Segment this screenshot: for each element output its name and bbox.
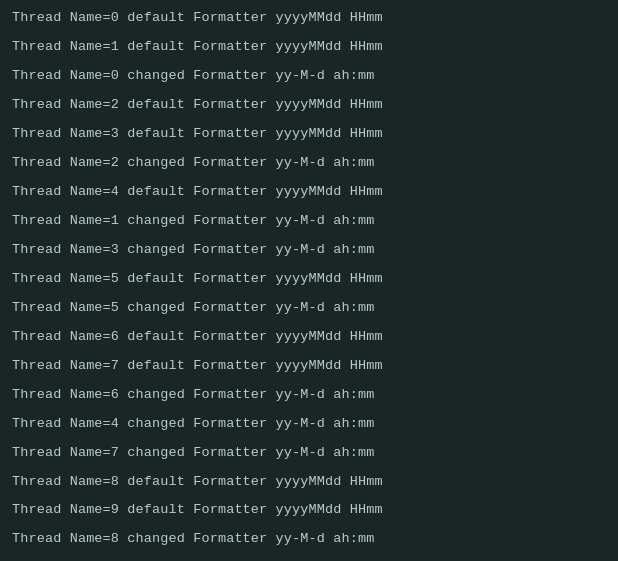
log-line: Thread Name=4 default Formatter yyyyMMdd…	[0, 178, 618, 207]
log-line: Thread Name=1 default Formatter yyyyMMdd…	[0, 33, 618, 62]
log-line: Thread Name=0 default Formatter yyyyMMdd…	[0, 4, 618, 33]
log-line: Thread Name=7 default Formatter yyyyMMdd…	[0, 352, 618, 381]
log-line: Thread Name=2 default Formatter yyyyMMdd…	[0, 91, 618, 120]
log-line: Thread Name=1 changed Formatter yy-M-d a…	[0, 207, 618, 236]
terminal-output: Thread Name=0 default Formatter yyyyMMdd…	[0, 0, 618, 561]
log-line: Thread Name=5 default Formatter yyyyMMdd…	[0, 265, 618, 294]
log-line: Thread Name=3 default Formatter yyyyMMdd…	[0, 120, 618, 149]
log-line: Thread Name=6 changed Formatter yy-M-d a…	[0, 381, 618, 410]
log-line: Thread Name=3 changed Formatter yy-M-d a…	[0, 236, 618, 265]
log-line: Thread Name=8 default Formatter yyyyMMdd…	[0, 468, 618, 497]
log-line: Thread Name=8 changed Formatter yy-M-d a…	[0, 525, 618, 554]
log-line: Thread Name=9 changed Formatter yy-M-d a…	[0, 554, 618, 561]
log-line: Thread Name=5 changed Formatter yy-M-d a…	[0, 294, 618, 323]
log-line: Thread Name=2 changed Formatter yy-M-d a…	[0, 149, 618, 178]
log-line: Thread Name=0 changed Formatter yy-M-d a…	[0, 62, 618, 91]
log-line: Thread Name=6 default Formatter yyyyMMdd…	[0, 323, 618, 352]
log-line: Thread Name=4 changed Formatter yy-M-d a…	[0, 410, 618, 439]
log-line: Thread Name=7 changed Formatter yy-M-d a…	[0, 439, 618, 468]
log-line: Thread Name=9 default Formatter yyyyMMdd…	[0, 496, 618, 525]
